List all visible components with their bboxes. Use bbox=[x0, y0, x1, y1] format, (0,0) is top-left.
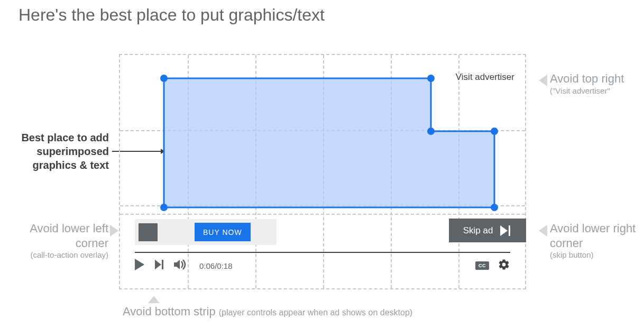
chevron-left-icon bbox=[536, 225, 547, 237]
gear-icon[interactable] bbox=[498, 258, 510, 273]
visit-advertiser-label: Visit advertiser bbox=[456, 72, 514, 83]
annotation-lower-right-sub: (skip button) bbox=[550, 250, 644, 260]
volume-icon[interactable] bbox=[174, 259, 187, 272]
annotation-top-right-label: Avoid top right bbox=[550, 72, 624, 85]
seek-bar[interactable] bbox=[135, 252, 510, 253]
annotation-top-right-sub: ("Visit advertiser" bbox=[550, 86, 624, 96]
skip-ad-label: Skip ad bbox=[463, 225, 493, 236]
svg-marker-15 bbox=[135, 259, 144, 270]
next-icon[interactable] bbox=[155, 260, 164, 271]
annotation-lower-left-label: Avoid lower left corner bbox=[30, 222, 108, 250]
svg-marker-5 bbox=[148, 296, 160, 303]
skip-next-icon bbox=[500, 225, 512, 236]
grid-horizontal bbox=[120, 130, 525, 131]
annotation-bottom-label: Avoid bottom strip bbox=[123, 304, 216, 319]
annotation-lower-left: Avoid lower left corner (call-to-action … bbox=[8, 221, 108, 260]
skip-ad-button[interactable]: Skip ad bbox=[449, 219, 526, 242]
annotation-top-right: Avoid top right ("Visit advertiser" bbox=[550, 71, 624, 96]
svg-rect-17 bbox=[162, 260, 163, 269]
svg-marker-4 bbox=[539, 225, 547, 237]
annotation-bottom-sub: (player controls appear when ad shows on… bbox=[219, 307, 412, 318]
svg-marker-3 bbox=[110, 225, 118, 237]
svg-marker-13 bbox=[500, 225, 508, 236]
chevron-up-icon bbox=[148, 294, 160, 305]
player-controls: 0:06/0:18 CC bbox=[135, 252, 510, 273]
cta-overlay: BUY NOW bbox=[135, 219, 277, 245]
cta-thumbnail bbox=[139, 223, 158, 241]
annotation-lower-right: Avoid lower right corner (skip button) bbox=[550, 221, 644, 260]
diagram: Visit advertiser BUY NOW Skip ad bbox=[119, 54, 526, 289]
svg-marker-18 bbox=[174, 260, 180, 269]
grid-horizontal bbox=[120, 205, 525, 206]
svg-marker-2 bbox=[539, 75, 547, 86]
svg-rect-14 bbox=[509, 225, 510, 236]
cc-button[interactable]: CC bbox=[475, 261, 489, 270]
chevron-left-icon bbox=[536, 75, 547, 86]
play-icon[interactable] bbox=[135, 259, 145, 272]
grid-horizontal bbox=[120, 214, 525, 215]
annotation-best-place: Best place to add superimposed graphics … bbox=[5, 131, 109, 172]
annotation-bottom: Avoid bottom strip (player controls appe… bbox=[123, 304, 556, 319]
annotation-lower-left-sub: (call-to-action overlay) bbox=[8, 250, 108, 260]
time-display: 0:06/0:18 bbox=[199, 261, 233, 270]
svg-marker-16 bbox=[155, 260, 161, 269]
annotation-lower-right-label: Avoid lower right corner bbox=[550, 222, 636, 250]
page-title: Here's the best place to put graphics/te… bbox=[19, 5, 325, 25]
buy-now-button[interactable]: BUY NOW bbox=[195, 223, 251, 241]
